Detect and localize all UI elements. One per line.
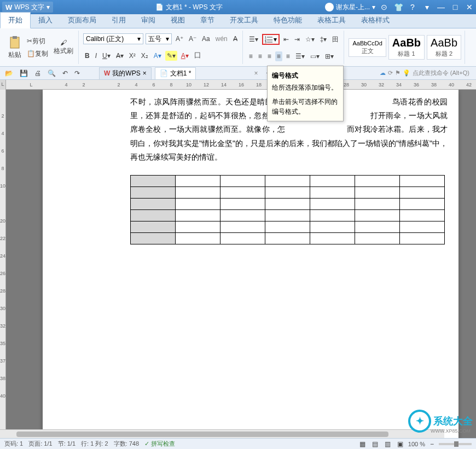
view-web-button[interactable]: ▤	[370, 439, 380, 449]
asian-layout-button[interactable]: ☆▾	[304, 34, 316, 44]
font-name-select[interactable]: Calibri (正文)▾	[83, 33, 143, 44]
align-right-button[interactable]: ≡	[266, 51, 273, 61]
status-words[interactable]: 字数: 748	[114, 440, 139, 448]
scroll-thumb[interactable]	[16, 431, 388, 437]
user-menu[interactable]: 谢东星-上... ▾	[325, 3, 375, 12]
pin-icon[interactable]: ▾	[422, 3, 431, 11]
copy-button[interactable]: 📋复制	[25, 48, 50, 60]
close-doc-button[interactable]: ×	[254, 69, 258, 77]
status-section[interactable]: 节: 1/1	[58, 440, 76, 448]
tab-reference[interactable]: 引用	[104, 13, 133, 28]
align-left-button[interactable]: ≡	[247, 51, 254, 61]
tab-my-wps[interactable]: W 我的WPS ×	[99, 67, 152, 79]
para-spacing-button[interactable]: ☰▾	[294, 51, 306, 61]
wps-logo-icon: W	[104, 69, 110, 77]
decrease-indent-button[interactable]: ⇤	[282, 34, 291, 44]
browser-icon[interactable]: ⊙	[380, 3, 388, 11]
status-right: ▦ ▤ ▥ ▣ 100 % −	[358, 439, 472, 449]
justify-button[interactable]: ≡	[275, 51, 282, 61]
font-color-button[interactable]: A▾	[179, 51, 190, 61]
command-search[interactable]: ☁ ⟳ ⚑ 💡 点此查找命令 (Alt+Q)	[380, 69, 469, 77]
preview-button[interactable]: 🔍	[46, 68, 57, 78]
print-button[interactable]: 🖨	[33, 68, 43, 78]
status-page[interactable]: 页码: 1	[4, 440, 23, 448]
phonetic-button[interactable]: wén	[214, 34, 229, 44]
style-heading1[interactable]: AaBb 标题 1	[388, 35, 425, 60]
distribute-button[interactable]: ≡	[285, 51, 292, 61]
change-case-button[interactable]: Aa	[200, 34, 212, 44]
table-row[interactable]	[131, 221, 445, 232]
close-tab-icon[interactable]: ×	[143, 69, 147, 77]
table-row[interactable]	[131, 175, 445, 186]
view-print-button[interactable]: ▦	[358, 439, 367, 449]
clear-format-button[interactable]: A̶	[231, 34, 239, 44]
superscript-button[interactable]: X²	[127, 51, 137, 61]
tab-layout[interactable]: 页面布局	[60, 13, 104, 28]
maximize-button[interactable]: □	[451, 3, 460, 11]
bullets-button[interactable]: ☰▾	[247, 34, 260, 44]
clipboard-group: 粘贴 ✂剪切 📋复制 🖌 格式刷	[3, 31, 79, 64]
zoom-out-button[interactable]: −	[428, 439, 436, 449]
paste-button[interactable]: 粘贴	[7, 34, 23, 61]
ruler-tick: 6	[0, 142, 5, 160]
table-row[interactable]	[131, 186, 445, 198]
format-painter-button[interactable]: 🖌 格式刷	[52, 38, 75, 57]
status-pages[interactable]: 页面: 1/1	[28, 440, 52, 448]
app-menu[interactable]: W WPS 文字 ▾	[2, 2, 53, 13]
numbering-button[interactable]: 123 ▾	[262, 34, 280, 45]
highlight-button[interactable]: ✎▾	[165, 51, 177, 61]
redo-button[interactable]: ↷	[73, 68, 82, 78]
grow-font-button[interactable]: A⁺	[174, 34, 185, 44]
tab-view[interactable]: 视图	[163, 13, 193, 28]
minimize-button[interactable]: —	[437, 3, 445, 11]
increase-indent-button[interactable]: ⇥	[293, 34, 301, 44]
help-icon[interactable]: ?	[408, 3, 417, 11]
shading-button[interactable]: ▭▾	[309, 51, 321, 61]
tab-insert[interactable]: 插入	[31, 13, 60, 28]
tab-review[interactable]: 审阅	[133, 13, 163, 28]
save-button[interactable]: 💾	[18, 68, 30, 78]
open-button[interactable]: 📂	[3, 68, 15, 78]
borders-button[interactable]: 田	[330, 34, 340, 45]
strike-button[interactable]: A̶▾	[114, 51, 125, 61]
status-position[interactable]: 行: 1 列: 2	[81, 440, 108, 448]
italic-button[interactable]: I	[94, 51, 98, 61]
status-spell[interactable]: ✓ 拼写检查	[144, 440, 175, 448]
zoom-slider[interactable]	[439, 443, 472, 445]
font-size-select[interactable]: 五号▾	[146, 33, 172, 44]
table-row[interactable]	[131, 232, 445, 244]
style-heading2[interactable]: AaBb 标题 2	[427, 35, 461, 60]
shrink-font-button[interactable]: A⁻	[187, 34, 198, 44]
tab-table-tools[interactable]: 表格工具	[310, 13, 353, 28]
copy-icon: 📋	[27, 50, 35, 57]
align-center-button[interactable]: ≡	[257, 51, 264, 61]
close-button[interactable]: ✕	[465, 3, 474, 11]
style-normal[interactable]: AaBbCcDd 正文	[349, 38, 386, 57]
table-row[interactable]	[131, 209, 445, 221]
tab-start[interactable]: 开始	[0, 12, 31, 28]
tab-chapter[interactable]: 章节	[193, 13, 222, 28]
tab-table-style[interactable]: 表格样式	[353, 13, 397, 28]
view-outline-button[interactable]: ▥	[383, 439, 392, 449]
table-row[interactable]	[131, 198, 445, 209]
zoom-thumb[interactable]	[454, 441, 458, 447]
bold-button[interactable]: B	[83, 51, 91, 61]
shirt-icon[interactable]: 👕	[394, 3, 403, 11]
text-effects-button[interactable]: A▾	[152, 51, 163, 61]
cut-button[interactable]: ✂剪切	[25, 36, 50, 47]
view-read-button[interactable]: ▣	[396, 439, 405, 449]
border-dropdown-button[interactable]: ⊞▾	[323, 51, 335, 61]
undo-button[interactable]: ↶	[61, 68, 69, 78]
tab-dev[interactable]: 开发工具	[222, 13, 266, 28]
line-spacing-button[interactable]: ‡▾	[318, 34, 329, 44]
horizontal-scrollbar[interactable]	[0, 429, 444, 438]
tab-document[interactable]: 📄 文档1 *	[155, 67, 196, 79]
underline-button[interactable]: U▾	[101, 51, 112, 61]
document-table[interactable]	[130, 175, 445, 244]
char-border-button[interactable]: 囗	[193, 50, 202, 61]
tab-special[interactable]: 特色功能	[266, 13, 310, 28]
zoom-value[interactable]: 100 %	[408, 441, 425, 447]
subscript-button[interactable]: X₂	[140, 51, 150, 61]
document-area[interactable]: 不时，凉风阵雨骤然而至。天色还是晴朗的，无风，阝 鸟语花香的校园里，还算是舒适的…	[6, 90, 476, 438]
ruler-tick: 38	[0, 370, 5, 387]
